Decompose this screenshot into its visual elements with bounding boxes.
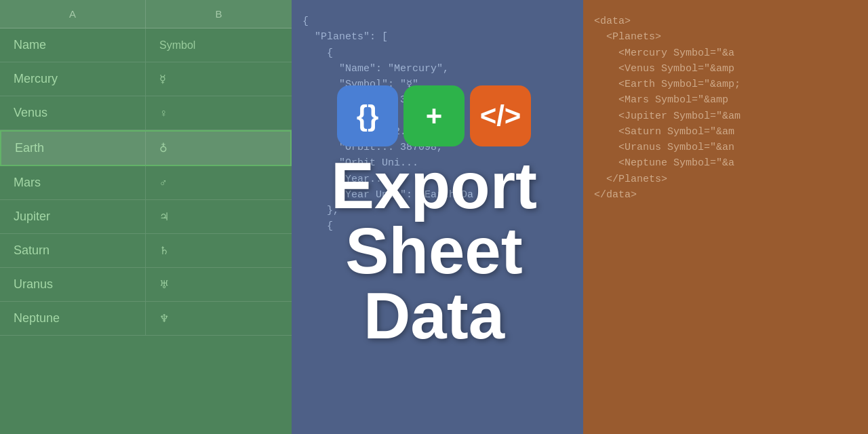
spreadsheet-row-jupiter[interactable]: Jupiter ♃ xyxy=(0,200,292,234)
cell-venus-symbol: ♀ xyxy=(146,98,292,129)
cell-jupiter-symbol: ♃ xyxy=(146,201,292,233)
cell-neptune-symbol: ♆ xyxy=(146,302,292,334)
spreadsheet-row-mercury[interactable]: Mercury ☿ xyxy=(0,62,292,96)
cell-uranus-name: Uranus xyxy=(0,268,146,301)
cell-symbol-header: Symbol xyxy=(146,30,292,61)
cell-mars-symbol: ♂ xyxy=(146,167,292,199)
cell-neptune-name: Neptune xyxy=(0,302,146,335)
cell-uranus-symbol: ♅ xyxy=(146,269,292,300)
cell-jupiter-name: Jupiter xyxy=(0,200,146,233)
cell-venus-name: Venus xyxy=(0,96,146,130)
cell-mars-name: Mars xyxy=(0,166,146,199)
spreadsheet-row-saturn[interactable]: Saturn ♄ xyxy=(0,234,292,268)
spreadsheet-row-venus[interactable]: Venus ♀ xyxy=(0,96,292,130)
cell-earth-symbol: ♁ xyxy=(146,132,290,164)
xml-icon[interactable]: </> xyxy=(470,85,531,146)
spreadsheet-row-mars[interactable]: Mars ♂ xyxy=(0,166,292,200)
col-header-b: B xyxy=(146,0,292,28)
cell-mercury-symbol: ☿ xyxy=(146,63,292,95)
col-header-a: A xyxy=(0,0,146,28)
spreadsheet-header: A B xyxy=(0,0,292,28)
cell-name-header: Name xyxy=(0,28,146,62)
icons-row: {} + </> xyxy=(337,85,531,146)
xml-layer: <data> <Planets> <Mercury Symbol="&a <Ve… xyxy=(583,0,868,434)
spreadsheet-row-earth[interactable]: Earth ♁ xyxy=(0,130,292,166)
spreadsheet-row-neptune[interactable]: Neptune ♆ xyxy=(0,302,292,336)
cell-earth-name: Earth xyxy=(1,132,146,165)
plus-icon[interactable]: + xyxy=(403,85,465,146)
spreadsheet-layer: A B Name Symbol Mercury ☿ Venus ♀ Earth … xyxy=(0,0,292,434)
cell-saturn-name: Saturn xyxy=(0,234,146,267)
xml-content: <data> <Planets> <Mercury Symbol="&a <Ve… xyxy=(594,14,857,203)
json-icon[interactable]: {} xyxy=(337,85,398,146)
cell-mercury-name: Mercury xyxy=(0,62,146,96)
cell-saturn-symbol: ♄ xyxy=(146,235,292,267)
spreadsheet-row-uranus[interactable]: Uranus ♅ xyxy=(0,268,292,302)
spreadsheet-row-header: Name Symbol xyxy=(0,28,292,62)
json-layer: { "Planets": [ { "Name": "Mercury", "Sym… xyxy=(292,0,583,434)
